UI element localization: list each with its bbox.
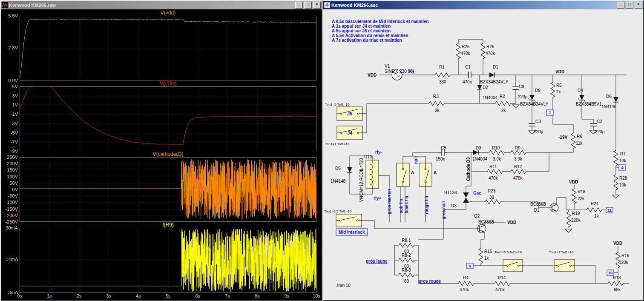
component-U10[interactable]: U10VNOM=12 RCOIL=720: [359, 155, 379, 202]
svg-text:A 5s appui sur J5 et maintien: A 5s appui sur J5 et maintien: [332, 29, 391, 33]
svg-text:3.9k: 3.9k: [493, 157, 501, 161]
waveform-plot[interactable]: [20, 228, 316, 292]
component-R23[interactable]: R2339: [485, 189, 500, 204]
component-R5[interactable]: R52k: [551, 82, 562, 97]
schematic-window-title: Kenwood KM266.asc: [331, 3, 615, 8]
net-flag-7[interactable]: 7: [546, 110, 553, 115]
svg-text:VDD: VDD: [368, 73, 377, 77]
net-flag-11[interactable]: 11: [606, 207, 613, 213]
minimize-button[interactable]: _: [617, 2, 624, 9]
component-R8-3[interactable]: R8-380: [399, 268, 414, 284]
component-R1[interactable]: R1330: [435, 65, 450, 84]
component-R10[interactable]: R103.9k: [489, 146, 505, 161]
component-R6[interactable]: R611k: [571, 133, 583, 149]
y-axis-label: -50V: [1, 193, 18, 198]
svg-text:10: 10: [608, 271, 612, 275]
maximize-button[interactable]: □: [304, 2, 312, 9]
component-C9[interactable]: C9220µ: [512, 83, 528, 99]
component-C1[interactable]: C1470n: [463, 65, 475, 84]
component-R19[interactable]: R19220k: [566, 211, 581, 227]
component-contact[interactable]: [397, 163, 409, 186]
component-D6[interactable]: D61N4148: [601, 94, 618, 109]
component-sw[interactable]: Ton1=5.5 Tof1=10: [494, 250, 523, 272]
svg-text:Q1: Q1: [534, 208, 540, 212]
svg-text:VDD: VDD: [569, 180, 578, 184]
component-U3[interactable]: U3BT136: [444, 190, 472, 208]
y-axis-label: 5.5V: [1, 13, 18, 18]
close-button[interactable]: ×: [313, 2, 321, 9]
component-R8-1[interactable]: R8-180: [399, 238, 414, 254]
component-R15[interactable]: R151k: [479, 248, 492, 264]
y-axis-label: -7V: [1, 139, 18, 144]
component-R8-2[interactable]: R8-280: [399, 253, 414, 269]
trace-label[interactable]: V(cathoded3): [20, 151, 316, 157]
component-R28[interactable]: R2810k: [614, 175, 627, 190]
svg-text:R6: R6: [577, 134, 582, 139]
trace-label[interactable]: V(-19v): [20, 80, 316, 86]
component-R13[interactable]: R1368k: [608, 275, 623, 292]
trace-label[interactable]: V(vdd): [20, 10, 316, 16]
component-D5[interactable]: D51N4148: [331, 165, 352, 183]
component-R2[interactable]: R22k: [495, 94, 511, 113]
component-R14[interactable]: R14470k: [494, 275, 510, 292]
waveform-pane-4: I(R9)30mA14mA-3mA: [1, 222, 322, 292]
component-R11[interactable]: R11470k: [487, 164, 503, 181]
component-C3[interactable]: C3220µ: [529, 119, 543, 134]
svg-text:D1: D1: [493, 65, 498, 69]
component-C2[interactable]: C2220µ: [590, 119, 605, 134]
component-D1[interactable]: D1BZX84B24VLY: [480, 65, 509, 84]
svg-text:D5: D5: [335, 166, 341, 171]
waveform-plot-area[interactable]: V(vdd)5.5V2.8V0.0VV(-19v)5V3V1V-1V-3V-5V…: [1, 9, 322, 300]
net-flag-4[interactable]: 4: [619, 165, 626, 170]
minimize-button[interactable]: _: [295, 2, 303, 9]
component-R16[interactable]: R16120k: [616, 252, 630, 268]
component-sw[interactable]: Ton1=0.5 Tof1=10: [324, 209, 362, 227]
svg-text:470k: 470k: [513, 176, 523, 181]
trace-label[interactable]: I(R9): [20, 222, 316, 228]
svg-text:VNOM=12 RCOIL=720: VNOM=12 RCOIL=720: [359, 158, 364, 202]
svg-text:80: 80: [404, 279, 409, 284]
svg-text:C3: C3: [535, 119, 541, 124]
net-flag-10[interactable]: 10: [607, 270, 614, 275]
y-axis-label: -150V: [1, 206, 18, 212]
svg-text:R28: R28: [619, 176, 627, 181]
waveform-plot[interactable]: [20, 16, 316, 80]
component-D2[interactable]: D21N4004: [477, 83, 497, 100]
waveform-plot[interactable]: [20, 86, 316, 151]
component-R12[interactable]: R12470k: [511, 164, 526, 181]
close-button[interactable]: ×: [635, 2, 642, 9]
svg-text:150n: 150n: [436, 157, 445, 161]
maximize-button[interactable]: □: [626, 2, 633, 9]
component-sw[interactable]: Ton1=7 Tof1=10: [549, 250, 575, 272]
component-R7[interactable]: R710k: [614, 150, 627, 166]
y-axis-label: 200V: [1, 161, 18, 166]
component-D3[interactable]: D31N4004: [471, 146, 487, 161]
y-axis-label: -100V: [1, 200, 18, 205]
component-Q1[interactable]: Q1BC856B: [530, 202, 558, 212]
component-contact[interactable]: [419, 163, 432, 186]
component-R3[interactable]: R32k: [429, 94, 444, 113]
component-R25[interactable]: R25470k: [456, 43, 471, 59]
component-R26[interactable]: R26470k: [481, 43, 495, 59]
component-R18[interactable]: R1822k: [572, 189, 586, 204]
schematic-titlebar[interactable]: Kenwood KM266.asc _ □ ×: [323, 1, 643, 9]
schematic-canvas[interactable]: V1SINE(0 230 50)R1330C1470nD1BZX84B24VLY…: [323, 9, 643, 300]
component-J5[interactable]: J5Ton1=5 Tof1=10: [325, 103, 362, 120]
svg-text:470k: 470k: [486, 51, 495, 56]
y-axis-label: 0V: [1, 187, 18, 192]
waveform-plot[interactable]: [20, 157, 316, 222]
component-R4[interactable]: R4470k: [458, 275, 474, 292]
component-C5[interactable]: C5150n: [436, 146, 448, 161]
svg-text:VDD: VDD: [507, 220, 516, 225]
component-Q2[interactable]: Q2BC856B: [474, 214, 494, 233]
net-flag-6[interactable]: 6: [466, 263, 473, 269]
component-R24[interactable]: R241k: [586, 201, 602, 218]
component-D4[interactable]: D4BZX384B5V1: [576, 88, 602, 106]
waveform-window: Kenwood KM266.raw _ □ × V(vdd)5.5V2.8V0.…: [0, 0, 322, 301]
svg-text:R13: R13: [613, 275, 621, 280]
waveform-titlebar[interactable]: Kenwood KM266.raw _ □ ×: [1, 1, 322, 9]
svg-text:J5: J5: [347, 111, 352, 116]
component-R9[interactable]: R93.9k: [511, 146, 526, 161]
component-J4[interactable]: J4Ton1=1 Tof1=10: [325, 126, 362, 146]
ground-symbols[interactable]: [512, 105, 619, 232]
